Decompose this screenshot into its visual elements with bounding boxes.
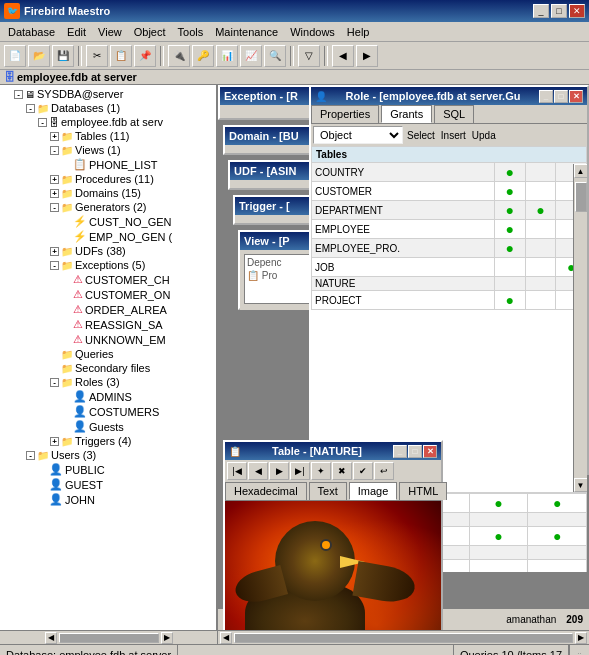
nav-cancel[interactable]: ↩ <box>374 462 394 480</box>
tree-exc1[interactable]: ⚠ CUSTOMER_CH <box>2 272 214 287</box>
expand-icon-roles[interactable]: - <box>50 378 59 387</box>
toolbar-b7[interactable]: ▶ <box>356 45 378 67</box>
nav-first[interactable]: |◀ <box>227 462 247 480</box>
object-select[interactable]: Object <box>313 126 403 144</box>
nature-close[interactable]: ✕ <box>423 445 437 458</box>
toolbar-paste[interactable]: 📌 <box>134 45 156 67</box>
menu-view[interactable]: View <box>92 24 128 40</box>
tree-triggers[interactable]: + 📁 Triggers (4) <box>2 434 214 448</box>
tree-exc4[interactable]: ⚠ REASSIGN_SA <box>2 317 214 332</box>
emp-proj-select[interactable]: ● <box>494 239 525 258</box>
expand-icon-triggers[interactable]: + <box>50 437 59 446</box>
expand-icon-exceptions[interactable]: - <box>50 261 59 270</box>
tree-phone-list[interactable]: 📋 PHONE_LIST <box>2 157 214 172</box>
nature-restore[interactable]: □ <box>408 445 422 458</box>
tree-exc5[interactable]: ⚠ UNKNOWN_EM <box>2 332 214 347</box>
menu-object[interactable]: Object <box>128 24 172 40</box>
nav-save[interactable]: ✔ <box>353 462 373 480</box>
scroll-right[interactable]: ▶ <box>161 632 173 644</box>
tab-text[interactable]: Text <box>309 482 347 500</box>
h-scroll-thumb[interactable] <box>59 633 159 643</box>
expand-icon-gens[interactable]: - <box>50 203 59 212</box>
expand-icon-server[interactable]: - <box>14 90 23 99</box>
nav-last[interactable]: ▶| <box>290 462 310 480</box>
tree-procedures[interactable]: + 📁 Procedures (11) <box>2 172 214 186</box>
tab-sql[interactable]: SQL <box>434 105 474 123</box>
department-insert[interactable]: ● <box>525 201 556 220</box>
tree-exc3[interactable]: ⚠ ORDER_ALREA <box>2 302 214 317</box>
tree-databases[interactable]: - 📁 Databases (1) <box>2 101 214 115</box>
expand-icon-dbs[interactable]: - <box>26 104 35 113</box>
expand-icon-tables[interactable]: + <box>50 132 59 141</box>
nav-add[interactable]: ✦ <box>311 462 331 480</box>
expand-icon-domains[interactable]: + <box>50 189 59 198</box>
expand-icon-procs[interactable]: + <box>50 175 59 184</box>
toolbar-b4[interactable]: 📈 <box>240 45 262 67</box>
tree-queries[interactable]: 📁 Queries <box>2 347 214 361</box>
expand-icon-emp[interactable]: - <box>38 118 47 127</box>
toolbar-b5[interactable]: 🔍 <box>264 45 286 67</box>
project-select[interactable]: ● <box>494 291 525 310</box>
tree-udfs[interactable]: + 📁 UDFs (38) <box>2 244 214 258</box>
tree-user-john[interactable]: 👤 JOHN <box>2 492 214 507</box>
scroll-up[interactable]: ▲ <box>574 164 588 178</box>
h-scroll-right2[interactable]: ▶ <box>575 632 587 644</box>
tree-tables[interactable]: + 📁 Tables (11) <box>2 129 214 143</box>
tab-html[interactable]: HTML <box>399 482 447 500</box>
menu-tools[interactable]: Tools <box>172 24 210 40</box>
menu-database[interactable]: Database <box>2 24 61 40</box>
tree-roles[interactable]: - 📁 Roles (3) <box>2 375 214 389</box>
expand-icon-views[interactable]: - <box>50 146 59 155</box>
toolbar-b3[interactable]: 📊 <box>216 45 238 67</box>
department-select[interactable]: ● <box>494 201 525 220</box>
tree-secondary[interactable]: 📁 Secondary files <box>2 361 214 375</box>
nature-minimize[interactable]: _ <box>393 445 407 458</box>
country-select[interactable]: ● <box>494 163 525 182</box>
h-scroll-thumb2[interactable] <box>234 633 573 643</box>
menu-edit[interactable]: Edit <box>61 24 92 40</box>
tree-exceptions[interactable]: - 📁 Exceptions (5) <box>2 258 214 272</box>
scroll-down[interactable]: ▼ <box>574 478 588 492</box>
tab-properties[interactable]: Properties <box>311 105 379 123</box>
tree-exc2[interactable]: ⚠ CUSTOMER_ON <box>2 287 214 302</box>
toolbar-b1[interactable]: 🔌 <box>168 45 190 67</box>
tree-role-guests[interactable]: 👤 Guests <box>2 419 214 434</box>
close-button[interactable]: ✕ <box>569 4 585 18</box>
toolbar-b6[interactable]: ◀ <box>332 45 354 67</box>
role-maximize[interactable]: □ <box>554 90 568 103</box>
toolbar-open[interactable]: 📂 <box>28 45 50 67</box>
toolbar-save[interactable]: 💾 <box>52 45 74 67</box>
tree-views[interactable]: - 📁 Views (1) <box>2 143 214 157</box>
nav-prev[interactable]: ◀ <box>248 462 268 480</box>
role-close[interactable]: ✕ <box>569 90 583 103</box>
tab-grants[interactable]: Grants <box>381 105 432 123</box>
expand-icon-udfs[interactable]: + <box>50 247 59 256</box>
toolbar-b2[interactable]: 🔑 <box>192 45 214 67</box>
tree-gen2[interactable]: ⚡ EMP_NO_GEN ( <box>2 229 214 244</box>
nav-next[interactable]: ▶ <box>269 462 289 480</box>
tree-server[interactable]: - 🖥 SYSDBA@server <box>2 87 214 101</box>
tree-user-guest[interactable]: 👤 GUEST <box>2 477 214 492</box>
employee-select[interactable]: ● <box>494 220 525 239</box>
menu-windows[interactable]: Windows <box>284 24 341 40</box>
tab-image[interactable]: Image <box>349 482 398 500</box>
tree-generators[interactable]: - 📁 Generators (2) <box>2 200 214 214</box>
tree-role-costumers[interactable]: 👤 COSTUMERS <box>2 404 214 419</box>
nav-del[interactable]: ✖ <box>332 462 352 480</box>
scroll-left[interactable]: ◀ <box>45 632 57 644</box>
scroll-thumb[interactable] <box>575 182 587 212</box>
tree-users[interactable]: - 📁 Users (3) <box>2 448 214 462</box>
tab-hexadecimal[interactable]: Hexadecimal <box>225 482 307 500</box>
toolbar-cut[interactable]: ✂ <box>86 45 108 67</box>
customer-select[interactable]: ● <box>494 182 525 201</box>
tree-domains[interactable]: + 📁 Domains (15) <box>2 186 214 200</box>
tree-role-admins[interactable]: 👤 ADMINS <box>2 389 214 404</box>
menu-maintenance[interactable]: Maintenance <box>209 24 284 40</box>
h-scroll-left2[interactable]: ◀ <box>220 632 232 644</box>
role-minimize[interactable]: _ <box>539 90 553 103</box>
toolbar-filter[interactable]: ▽ <box>298 45 320 67</box>
toolbar-copy[interactable]: 📋 <box>110 45 132 67</box>
minimize-button[interactable]: _ <box>533 4 549 18</box>
tree-employee-db[interactable]: - 🗄 employee.fdb at serv <box>2 115 214 129</box>
tree-gen1[interactable]: ⚡ CUST_NO_GEN <box>2 214 214 229</box>
